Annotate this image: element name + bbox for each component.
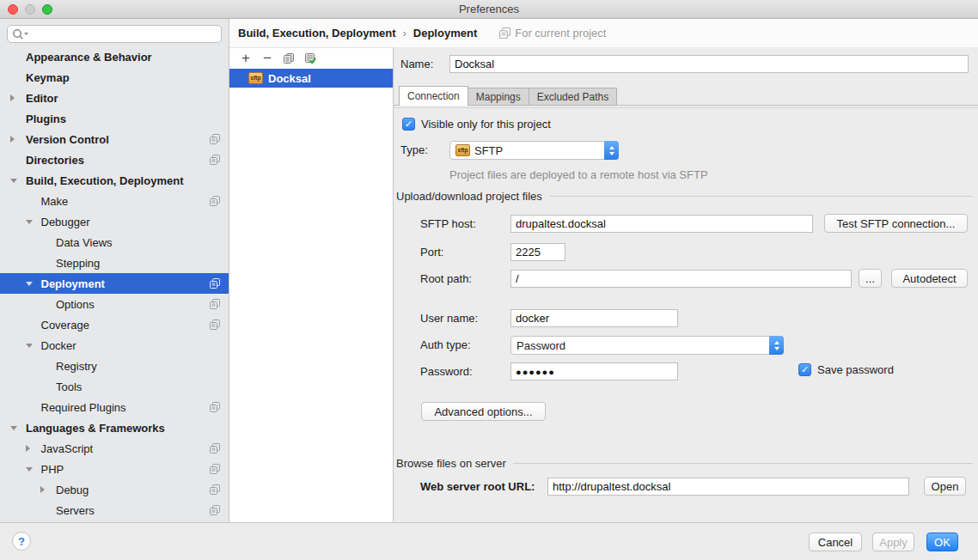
root-path-input[interactable] [510,270,852,288]
type-label: Type: [400,141,428,159]
user-name-input[interactable] [510,309,678,327]
password-label: Password: [420,362,473,380]
sidebar-item-appearance-behavior[interactable]: Appearance & Behavior [0,46,229,67]
open-url-button[interactable]: Open [924,477,966,496]
sidebar-item-stepping[interactable]: Stepping [0,253,229,273]
for-current-project-badge: For current project [499,27,606,40]
browse-section-title: Browse files on server [396,457,506,470]
root-path-label: Root path: [420,270,472,288]
sidebar-item-required-plugins[interactable]: Required Plugins [0,397,229,417]
title-bar: Preferences [0,0,978,19]
visible-only-checkbox[interactable]: ✓ [402,118,415,131]
sidebar-item-docker[interactable]: Docker [0,335,229,356]
sidebar-item-keymap[interactable]: Keymap [0,67,229,88]
tab-mappings[interactable]: Mappings [468,88,529,106]
sftp-file-icon: sftp [248,72,263,84]
chevron-right-icon[interactable] [26,445,30,452]
tab-connection[interactable]: Connection [399,86,468,106]
test-sftp-connection-button[interactable]: Test SFTP connection... [824,214,968,233]
ok-button[interactable]: OK [926,533,958,551]
sidebar-item-coverage[interactable]: Coverage [0,314,229,335]
sidebar-item-label: Registry [56,360,97,373]
chevron-right-icon[interactable] [10,94,15,101]
sidebar-item-php[interactable]: PHP [0,459,229,479]
sidebar-item-build-execution-deployment[interactable]: Build, Execution, Deployment [0,170,229,191]
sidebar-item-label: Editor [26,92,58,105]
auth-type-dropdown[interactable]: Password [510,336,784,355]
sidebar-item-version-control[interactable]: Version Control [0,129,229,149]
add-server-button[interactable]: + [240,52,252,65]
chevron-down-icon[interactable] [26,220,33,224]
sftp-host-input[interactable] [510,215,813,233]
settings-search-input[interactable] [7,25,222,43]
type-dropdown[interactable]: sftp SFTP [449,141,619,160]
chevron-down-icon[interactable] [26,344,33,348]
sidebar-item-plugins[interactable]: Plugins [0,108,229,129]
use-as-default-icon[interactable] [304,52,316,64]
upload-section-title: Upload/download project files [396,190,542,203]
sidebar-item-label: Required Plugins [41,401,126,414]
sidebar-item-options[interactable]: Options [0,294,229,314]
sidebar-item-make[interactable]: Make [0,191,229,211]
sidebar-item-label: Options [56,298,95,311]
for-current-project-label: For current project [515,27,606,40]
project-scope-icon [210,299,220,309]
sidebar-item-label: Tools [56,380,82,393]
sidebar-item-label: Directories [26,154,84,167]
advanced-options-button[interactable]: Advanced options... [421,402,546,421]
autodetect-button[interactable]: Autodetect [891,269,968,288]
window-title: Preferences [0,3,978,15]
name-input[interactable] [449,55,969,73]
remove-server-button[interactable]: − [261,52,273,65]
chevron-down-icon[interactable] [26,282,33,286]
browse-section-header: Browse files on server [396,457,973,470]
breadcrumb-separator: › [402,27,406,40]
auth-type-label: Auth type: [420,336,471,354]
panel-divider [394,107,978,108]
password-input[interactable] [510,362,678,380]
project-scope-icon [499,27,510,39]
chevron-right-icon[interactable] [40,486,45,493]
web-root-input[interactable] [547,478,909,496]
sidebar-item-directories[interactable]: Directories [0,149,229,170]
web-root-label: Web server root URL: [420,478,535,496]
chevron-down-icon[interactable] [10,426,17,430]
dialog-footer: ? Cancel Apply OK [0,522,978,560]
server-list-item-docksal[interactable]: sftp Docksal [229,69,393,88]
sidebar-item-debug[interactable]: Debug [0,479,229,500]
sidebar-item-label: Debugger [41,216,90,228]
chevron-down-icon[interactable] [26,467,33,472]
project-scope-icon [210,134,220,144]
apply-button[interactable]: Apply [872,533,914,551]
sidebar-item-registry[interactable]: Registry [0,356,229,376]
sidebar-item-label: Make [41,195,69,208]
sidebar-item-deployment[interactable]: Deployment [0,273,229,294]
breadcrumb-parent[interactable]: Build, Execution, Deployment [238,27,395,40]
dropdown-stepper-icon [769,336,784,355]
sidebar-item-servers[interactable]: Servers [0,500,229,520]
project-scope-icon [210,402,220,412]
tab-excluded-paths[interactable]: Excluded Paths [529,88,617,106]
project-scope-icon [210,505,220,515]
sidebar-item-label: Servers [56,504,95,517]
chevron-right-icon[interactable] [10,136,15,143]
server-name-label: Docksal [268,72,311,85]
port-input[interactable] [510,243,565,261]
sidebar-item-javascript[interactable]: JavaScript [0,438,229,459]
sidebar-item-data-views[interactable]: Data Views [0,232,229,253]
name-label: Name: [400,55,433,73]
copy-server-icon[interactable] [283,52,295,64]
sidebar-item-debugger[interactable]: Debugger [0,211,229,232]
chevron-down-icon[interactable] [10,179,17,183]
type-hint: Project files are deployed to a remote h… [449,168,708,181]
project-scope-icon [210,484,220,495]
sidebar-item-languages-frameworks[interactable]: Languages & Frameworks [0,417,229,438]
sidebar-item-editor[interactable]: Editor [0,88,229,108]
help-button[interactable]: ? [12,532,31,551]
sidebar-item-tools[interactable]: Tools [0,376,229,397]
sidebar-item-label: Deployment [41,277,105,290]
browse-root-path-button[interactable]: ... [859,269,882,288]
save-password-checkbox[interactable]: ✓ [798,363,811,376]
connection-tabs: ConnectionMappingsExcluded Paths [399,86,616,106]
cancel-button[interactable]: Cancel [809,533,862,551]
